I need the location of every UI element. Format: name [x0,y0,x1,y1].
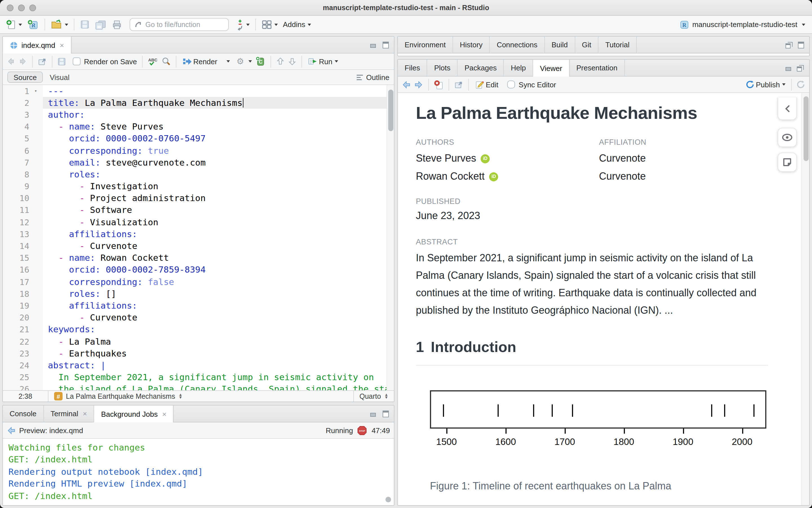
goto-file-search[interactable] [130,18,229,31]
popout-icon[interactable] [38,57,47,66]
new-project-button[interactable]: R [26,18,40,31]
editor-scrollbar-thumb[interactable] [388,90,393,131]
collapse-panel-button[interactable] [778,97,797,120]
code-line[interactable]: 2title: La Palma Earthquake Mechanisms [3,97,394,109]
code-line[interactable]: 25 In September 2021, a significant jump… [3,372,394,383]
code-line[interactable]: 13 affiliations: [3,228,394,240]
tab-terminal[interactable]: Terminal× [44,406,94,422]
go-down-icon[interactable] [288,57,296,66]
maximize-pane-icon[interactable] [797,41,804,48]
new-file-button[interactable] [4,18,23,31]
tab-build[interactable]: Build [544,37,575,53]
spellcheck-icon[interactable]: ABC [148,56,158,66]
fold-toggle-icon[interactable]: ▾ [34,85,43,97]
workspace-panes-button[interactable] [260,18,279,31]
code-line[interactable]: 23 - Earthquakes [3,347,394,359]
refresh-icon[interactable] [796,80,805,89]
minimize-pane-icon[interactable] [785,65,793,71]
viewer-forward-icon[interactable] [414,80,423,89]
gear-caret[interactable] [248,60,252,62]
run-button[interactable]: Run [307,56,339,67]
restore-pane-icon[interactable] [785,41,793,48]
insert-chunk-icon[interactable]: C [255,56,266,67]
code-line[interactable]: 10 - Project administration [3,192,394,204]
tab-console[interactable]: Console [3,406,44,422]
code-line[interactable]: 16 orcid: 0000-0002-7859-8394 [3,264,394,276]
tab-background-jobs[interactable]: Background Jobs× [94,406,174,422]
maximize-pane-icon[interactable] [381,41,389,48]
code-line[interactable]: 21keywords: [3,324,394,336]
code-line[interactable]: 17 corresponding: false [3,276,394,288]
edit-button[interactable]: Edit [474,79,499,90]
tab-source[interactable]: Source [7,72,43,83]
addins-button[interactable]: Addins [282,19,312,30]
visibility-button[interactable] [778,128,797,147]
close-window-button[interactable] [7,4,13,11]
find-replace-icon[interactable] [162,57,171,66]
outline-toggle[interactable]: Outline [356,73,390,81]
code-line[interactable]: 26 the island of La Palma (Canary Island… [3,383,394,390]
tab-visual[interactable]: Visual [50,73,69,81]
tab-git[interactable]: Git [575,37,599,53]
stop-job-icon[interactable]: STOP [358,425,367,435]
open-file-button[interactable] [50,18,69,31]
render-caret[interactable] [226,60,230,62]
viewer-content[interactable]: La Palma Earthquake Mechanisms AUTHORS A… [398,93,809,505]
code-line[interactable]: 19 affiliations: [3,300,394,312]
code-line[interactable]: 4 - name: Steve Purves [3,121,394,133]
tab-connections[interactable]: Connections [490,37,545,53]
close-tab-icon[interactable]: × [162,410,166,418]
tab-index-qmd[interactable]: index.qmd × [3,37,71,53]
popout-icon[interactable] [454,80,463,89]
code-line[interactable]: 18 roles: [] [3,288,394,300]
gear-icon[interactable]: ⚙ [236,56,244,67]
annotation-button[interactable] [778,153,797,172]
back-to-jobs-icon[interactable] [7,426,16,434]
code-line[interactable]: 7 email: steve@curvenote.com [3,157,394,168]
zoom-window-button[interactable] [29,4,36,11]
tab-history[interactable]: History [453,37,490,53]
close-tab-icon[interactable]: × [60,41,64,49]
code-line[interactable]: 8 roles: [3,169,394,180]
code-line[interactable]: 14 - Curvenote [3,240,394,252]
code-line[interactable]: 9 - Investigation [3,180,394,192]
editor-scrollbar[interactable] [387,85,394,390]
section-navigator[interactable]: # La Palma Earthquake Mechanisms ▲▼ [48,391,353,401]
tab-tutorial[interactable]: Tutorial [599,37,637,53]
sync-editor-checkbox[interactable] [508,81,515,88]
code-line[interactable]: 6 corresponding: true [3,145,394,157]
render-button[interactable]: Render [181,56,218,67]
orcid-icon[interactable]: iD [481,154,490,163]
publish-button[interactable]: Publish [745,79,787,90]
console-output[interactable]: Watching files for changesGET: /index.ht… [3,439,394,505]
print-button[interactable] [111,18,123,31]
viewer-scrollbar[interactable] [801,93,809,505]
code-line[interactable]: 20 - Curvenote [3,312,394,324]
tab-environment[interactable]: Environment [398,37,453,53]
minimize-pane-icon[interactable] [370,42,377,48]
save-icon[interactable] [57,57,66,66]
file-type-selector[interactable]: Quarto ▲▼ [353,391,394,401]
console-scrollbar-thumb[interactable] [385,497,391,502]
close-tab-icon[interactable]: × [83,410,87,418]
code-line[interactable]: 24abstract: | [3,359,394,372]
code-line[interactable]: 1▾--- [3,85,394,97]
back-icon[interactable] [7,57,15,65]
forward-icon[interactable] [18,57,27,65]
clear-viewer-icon[interactable] [434,80,443,89]
tab-files[interactable]: Files [398,60,428,76]
code-line[interactable]: 15 - name: Rowan Cockett [3,252,394,264]
code-line[interactable]: 3author: [3,109,394,121]
tab-plots[interactable]: Plots [428,60,458,76]
render-on-save-checkbox[interactable] [73,57,81,65]
save-button[interactable] [79,18,91,31]
tab-viewer[interactable]: Viewer [533,60,569,77]
save-all-button[interactable] [93,18,108,31]
minimize-pane-icon[interactable] [370,411,377,417]
code-line[interactable]: 12 - Visualization [3,216,394,228]
orcid-icon[interactable]: iD [489,172,498,181]
viewer-back-icon[interactable] [402,80,411,89]
goto-file-input[interactable] [146,20,219,29]
restore-pane-icon[interactable] [797,65,804,71]
project-selector[interactable]: R manuscript-template-rstudio-test [678,18,808,31]
